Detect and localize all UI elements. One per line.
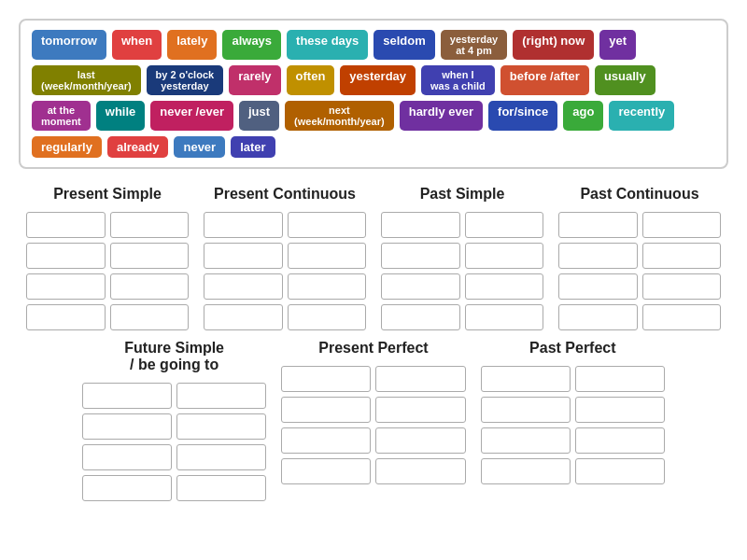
tense-grid-bottom: Future Simple/ be going toPresent Perfec… — [19, 340, 728, 501]
tense-grid-top: Present SimplePresent ContinuousPast Sim… — [19, 186, 728, 330]
chip-seldom[interactable]: seldom — [374, 30, 435, 60]
drop-box[interactable] — [204, 243, 283, 269]
chip-rarely[interactable]: rarely — [229, 65, 280, 95]
chip-when[interactable]: when — [112, 30, 162, 60]
drop-box[interactable] — [558, 212, 638, 238]
drop-box[interactable] — [575, 427, 665, 454]
tense-present-continuous: Present Continuous — [196, 186, 374, 330]
tense-future-simple-be-going-to: Future Simple/ be going to — [75, 340, 274, 501]
tense-past-perfect: Past Perfect — [473, 340, 672, 501]
tense-past-continuous: Past Continuous — [551, 186, 728, 330]
drop-box[interactable] — [26, 304, 106, 330]
chip-when-i-was-a-child[interactable]: when Iwas a child — [421, 65, 495, 95]
drop-box[interactable] — [381, 304, 460, 330]
chip-regularly[interactable]: regularly — [32, 136, 102, 158]
tense-title: Past Continuous — [558, 186, 721, 203]
drop-box[interactable] — [642, 304, 722, 330]
drop-box[interactable] — [288, 273, 367, 300]
chip-last-(week/month/year)[interactable]: last(week/month/year) — [32, 65, 141, 95]
drop-box[interactable] — [558, 304, 638, 330]
drop-box[interactable] — [26, 243, 106, 269]
drop-box[interactable] — [288, 304, 367, 330]
chip-yet[interactable]: yet — [599, 30, 636, 60]
drop-box[interactable] — [558, 243, 638, 269]
drop-box[interactable] — [481, 458, 571, 484]
drop-box[interactable] — [375, 397, 465, 423]
drop-box[interactable] — [26, 212, 106, 238]
chip-yesterday-at-4-pm[interactable]: yesterdayat 4 pm — [441, 30, 507, 60]
chip-never-/ever[interactable]: never /ever — [150, 101, 233, 131]
drop-box[interactable] — [381, 212, 460, 238]
drop-box[interactable] — [110, 212, 190, 238]
chip-these-days[interactable]: these days — [287, 30, 368, 60]
drop-box[interactable] — [575, 458, 665, 484]
drop-box[interactable] — [558, 273, 638, 300]
drop-box[interactable] — [281, 458, 371, 484]
drop-box[interactable] — [281, 366, 371, 392]
chip-recently[interactable]: recently — [609, 101, 674, 131]
drop-box[interactable] — [204, 304, 283, 330]
drop-box[interactable] — [375, 427, 465, 454]
chip-before-/after[interactable]: before /after — [500, 65, 589, 95]
chip-usually[interactable]: usually — [595, 65, 655, 95]
drop-box[interactable] — [82, 383, 172, 409]
drop-box[interactable] — [575, 397, 665, 423]
tense-title: Future Simple/ be going to — [82, 340, 266, 373]
drop-box[interactable] — [110, 273, 190, 300]
drop-box[interactable] — [281, 427, 371, 454]
drop-box[interactable] — [82, 413, 172, 440]
drop-box[interactable] — [642, 273, 722, 300]
drop-box[interactable] — [575, 366, 665, 392]
tense-title: Present Perfect — [281, 340, 465, 357]
chip-tomorrow[interactable]: tomorrow — [32, 30, 106, 60]
drop-box[interactable] — [375, 458, 465, 484]
drop-box[interactable] — [465, 212, 544, 238]
chip-always[interactable]: always — [222, 30, 281, 60]
drop-box[interactable] — [82, 475, 172, 501]
drop-box[interactable] — [176, 475, 266, 501]
chip-next-(week/month/year)[interactable]: next(week/month/year) — [285, 101, 394, 131]
drop-box[interactable] — [204, 212, 283, 238]
chips-container: tomorrowwhenlatelyalwaysthese daysseldom… — [19, 19, 728, 169]
drop-box[interactable] — [465, 304, 544, 330]
tense-title: Past Perfect — [481, 340, 665, 357]
drop-box[interactable] — [465, 273, 544, 300]
drop-box[interactable] — [110, 243, 190, 269]
drop-box[interactable] — [481, 366, 571, 392]
drop-box[interactable] — [642, 212, 722, 238]
chip-never[interactable]: never — [174, 136, 225, 158]
drop-box[interactable] — [465, 243, 544, 269]
drop-box[interactable] — [375, 366, 465, 392]
drop-box[interactable] — [110, 304, 190, 330]
drop-box[interactable] — [281, 397, 371, 423]
drop-box[interactable] — [26, 273, 106, 300]
drop-box[interactable] — [381, 273, 460, 300]
drop-box[interactable] — [176, 444, 266, 470]
chip-by-2-o'clock-yesterday[interactable]: by 2 o'clockyesterday — [147, 65, 224, 95]
chip-already[interactable]: already — [107, 136, 169, 158]
chip-while[interactable]: while — [96, 101, 146, 131]
drop-box[interactable] — [82, 444, 172, 470]
drop-box[interactable] — [176, 413, 266, 440]
chip-often[interactable]: often — [287, 65, 335, 95]
tense-title: Past Simple — [381, 186, 543, 203]
chip-hardly-ever[interactable]: hardly ever — [400, 101, 483, 131]
chip-for/since[interactable]: for/since — [488, 101, 557, 131]
chip-(right)-now[interactable]: (right) now — [513, 30, 594, 60]
drop-box[interactable] — [481, 427, 571, 454]
tense-title: Present Simple — [26, 186, 189, 203]
drop-box[interactable] — [381, 243, 460, 269]
chip-just[interactable]: just — [239, 101, 279, 131]
chip-lately[interactable]: lately — [167, 30, 217, 60]
chip-yesterday[interactable]: yesterday — [340, 65, 416, 95]
drop-box[interactable] — [288, 212, 367, 238]
chip-later[interactable]: later — [231, 136, 275, 158]
drop-box[interactable] — [481, 397, 571, 423]
drop-box[interactable] — [642, 243, 722, 269]
tense-present-simple: Present Simple — [19, 186, 196, 330]
drop-box[interactable] — [204, 273, 283, 300]
chip-ago[interactable]: ago — [563, 101, 603, 131]
chip-at-the-moment[interactable]: at themoment — [32, 101, 91, 131]
drop-box[interactable] — [288, 243, 367, 269]
drop-box[interactable] — [176, 383, 266, 409]
